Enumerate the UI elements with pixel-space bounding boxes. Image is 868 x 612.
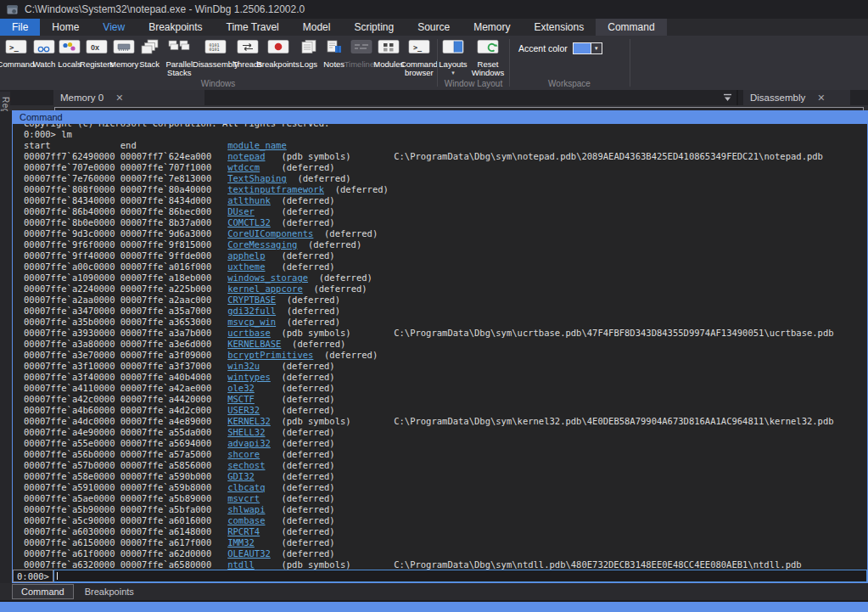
module-link[interactable]: clbcatq — [227, 482, 265, 492]
menu-tab-view[interactable]: View — [91, 19, 137, 36]
module-link[interactable]: notepad — [227, 151, 265, 161]
tab-disassembly[interactable]: Disassembly ✕ — [743, 90, 850, 105]
module-link[interactable]: uxtheme — [227, 261, 265, 272]
module-link[interactable]: CoreUIComponents — [227, 228, 313, 239]
accent-color-swatch[interactable] — [573, 42, 591, 54]
ribbon-button-breakpoints[interactable]: Breakpoints — [261, 39, 295, 69]
menu-tab-file[interactable]: File — [0, 19, 40, 36]
module-link[interactable]: advapi32 — [227, 438, 271, 448]
module-link[interactable]: USER32 — [227, 405, 260, 415]
module-link[interactable]: shcore — [227, 449, 260, 459]
module-link[interactable]: atlthunk — [227, 195, 271, 205]
ribbon-button-reset-windows[interactable]: Reset Windows — [468, 39, 507, 77]
menu-tab-scripting[interactable]: Scripting — [342, 19, 406, 36]
ribbon-button-logs[interactable]: Logs — [297, 39, 321, 69]
module-link[interactable]: ntdll — [227, 559, 255, 570]
ribbon-button-modules[interactable]: Modules — [377, 39, 401, 69]
ribbon-button-label: Logs — [300, 60, 317, 69]
menu-tab-source[interactable]: Source — [406, 19, 462, 36]
dock-splitter[interactable] — [736, 90, 738, 105]
bottom-tab-command[interactable]: Command — [12, 584, 74, 599]
ribbon-button-stack[interactable]: Stack — [137, 39, 161, 69]
module-link[interactable]: ucrtbase — [227, 328, 271, 338]
module-row: 00007ffe`9f6f0000 00007ffe`9f815000 Core… — [24, 239, 867, 250]
module-link[interactable]: IMM32 — [227, 537, 255, 547]
module-name-column-link[interactable]: module_name — [227, 140, 287, 150]
ribbon-button-watch[interactable]: Watch — [32, 39, 56, 69]
module-link[interactable]: gdi32full — [227, 306, 276, 316]
module-link[interactable]: msvcrt — [227, 493, 260, 503]
ribbon: >_CommandWatchLocals0xRegistersMemorySta… — [0, 36, 868, 90]
menu-tab-memory[interactable]: Memory — [462, 19, 522, 36]
ribbon-button-threads[interactable]: Threads — [236, 39, 260, 69]
module-row: 00007ffe`a56b0000 00007ffe`a57a5000 shco… — [24, 449, 867, 460]
ribbon-button-memory[interactable]: Memory — [112, 39, 136, 69]
module-link[interactable]: bcryptPrimitives — [227, 350, 313, 360]
module-link[interactable]: wtdccm — [227, 162, 260, 172]
menu-tab-home[interactable]: Home — [40, 19, 91, 36]
module-link[interactable]: windows_storage — [227, 272, 308, 283]
module-link[interactable]: OLEAUT32 — [227, 548, 271, 559]
module-link[interactable]: sechost — [227, 460, 265, 470]
module-row: 00007ffe`a6320000 00007ffe`a6580000 ntdl… — [24, 559, 867, 570]
ribbon-button-parallel-stacks[interactable]: Parallel Stacks — [163, 39, 195, 77]
module-link[interactable]: TextShaping — [227, 173, 287, 183]
windows-buttons: >_CommandWatchLocals0xRegistersMemorySta… — [0, 36, 436, 77]
module-link[interactable]: RPCRT4 — [227, 526, 260, 536]
module-link[interactable]: kernel_appcore — [227, 284, 303, 294]
menu-tab-breakpoints[interactable]: Breakpoints — [137, 19, 214, 36]
module-link[interactable]: DUser — [227, 206, 255, 216]
svg-text:0101: 0101 — [210, 47, 220, 52]
group-label-workspace: Workspace — [510, 79, 629, 88]
module-link[interactable]: COMCTL32 — [227, 217, 271, 227]
tab-memory-0[interactable]: Memory 0 ✕ — [53, 90, 204, 105]
module-link[interactable]: apphelp — [227, 250, 265, 261]
dropdown-arrow-icon: ▾ — [451, 70, 455, 76]
module-row: 00007ffe`a2240000 00007ffe`a225b000 kern… — [24, 284, 867, 295]
menu-tab-extensions[interactable]: Extensions — [523, 19, 596, 36]
module-row: 00007ffe`a57b0000 00007ffe`a5856000 sech… — [24, 460, 867, 471]
module-row: 00007ffe`a5ae0000 00007ffe`a5b89000 msvc… — [24, 493, 867, 504]
ribbon-button-locals[interactable]: Locals — [58, 39, 81, 69]
bottom-tab-breakpoints[interactable]: Breakpoints — [76, 584, 143, 599]
module-link[interactable]: CoreMessaging — [227, 239, 297, 250]
module-link[interactable]: msvcp_win — [227, 317, 276, 327]
document-tab-row: Memory 0 ✕ Disassembly ✕ — [10, 90, 868, 105]
module-link[interactable]: SHELL32 — [227, 427, 265, 437]
ribbon-button-notes[interactable]: Notes — [322, 39, 346, 69]
command-window-titlebar[interactable]: Command — [13, 110, 867, 124]
command-input-field[interactable] — [54, 570, 868, 581]
module-link[interactable]: KERNEL32 — [227, 416, 271, 426]
ribbon-button-disassembly[interactable]: 01010101Disassembly — [198, 39, 234, 69]
close-icon[interactable]: ✕ — [115, 93, 123, 103]
module-link[interactable]: wintypes — [227, 372, 271, 382]
module-link[interactable]: win32u — [227, 361, 260, 371]
module-link[interactable]: MSCTF — [227, 394, 255, 404]
module-row: 00007ffe`a4110000 00007ffe`a42ae000 ole3… — [24, 383, 867, 394]
ribbon-button-label: Reset Windows — [468, 60, 508, 77]
accent-color-dropdown-icon[interactable]: ▾ — [591, 42, 602, 54]
menu-tab-command[interactable]: Command — [596, 19, 666, 36]
module-link[interactable]: combase — [227, 515, 265, 525]
module-link[interactable]: ole32 — [227, 383, 255, 393]
menu-tab-time-travel[interactable]: Time Travel — [215, 19, 291, 36]
module-link[interactable]: KERNELBASE — [227, 339, 281, 349]
menu-tab-model[interactable]: Model — [291, 19, 343, 36]
module-link[interactable]: CRYPTBASE — [227, 295, 276, 305]
module-link[interactable]: shlwapi — [227, 504, 265, 514]
module-row: 00007ffe`a3e70000 00007ffe`a3f09000 bcry… — [24, 350, 867, 361]
module-link[interactable]: GDI32 — [227, 471, 255, 481]
ribbon-button-command[interactable]: >_Command — [1, 39, 31, 69]
close-icon[interactable]: ✕ — [817, 93, 825, 103]
command-output-line: start end module_name — [24, 140, 867, 151]
ribbon-button-command-browser[interactable]: >_Command browser — [403, 39, 435, 77]
command-input[interactable] — [53, 570, 867, 582]
command-output[interactable]: Copyright (c) Microsoft Corporation. All… — [13, 124, 867, 570]
module-row: 00007ffe`a3930000 00007ffe`a3a7b000 ucrt… — [24, 328, 867, 339]
ribbon-button-layouts[interactable]: Layouts▾ — [440, 39, 467, 76]
module-row: 00007ffe`a3470000 00007ffe`a35a7000 gdi3… — [24, 306, 867, 317]
ribbon-button-registers[interactable]: 0xRegisters — [83, 39, 110, 69]
pin-dropdown-icon[interactable] — [721, 93, 733, 103]
module-link[interactable]: textinputframework — [227, 184, 324, 194]
module-row: 00007ffe`84340000 00007ffe`8434d000 atlt… — [24, 195, 867, 206]
